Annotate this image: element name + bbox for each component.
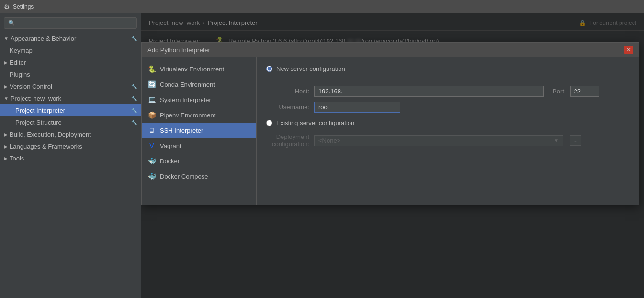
deployment-browse-button[interactable]: ... (570, 135, 581, 146)
dialog-sidebar-label: Conda Environment (160, 81, 215, 88)
docker-compose-icon: 🐳 (147, 172, 156, 181)
sidebar-item-label: Appearance & Behavior (11, 35, 76, 42)
radio-new-input[interactable] (266, 66, 272, 72)
sidebar-item-tools[interactable]: ▶ Tools (0, 152, 141, 164)
sidebar-item-languages[interactable]: ▶ Languages & Frameworks (0, 140, 141, 152)
sidebar-item-label: Build, Execution, Deployment (10, 131, 91, 138)
ssh-icon: 🖥 (147, 126, 156, 135)
pipenv-icon: 📦 (147, 111, 156, 119)
sidebar-item-keymap[interactable]: Keymap (0, 45, 141, 57)
add-interpreter-dialog: Add Python Interpreter ✕ 🐍 Virtualenv En… (141, 42, 639, 205)
config-icon-ps: 🔧 (131, 120, 137, 125)
radio-existing-server[interactable]: Existing server configuration (266, 119, 629, 126)
config-icon-vc: 🔧 (131, 84, 137, 89)
dialog-sidebar-label: Virtualenv Environment (160, 66, 224, 73)
config-icon-pi: 🔧 (131, 108, 137, 113)
sidebar-item-label: Tools (10, 155, 24, 162)
deployment-row: Deployment configuration: <None> ▼ ... (266, 133, 629, 148)
dialog-titlebar: Add Python Interpreter ✕ (142, 43, 639, 57)
username-label: Username: (266, 103, 309, 111)
host-label: Host: (266, 88, 309, 95)
sidebar-item-label: Languages & Frameworks (10, 143, 82, 150)
dialog-overlay: Add Python Interpreter ✕ 🐍 Virtualenv En… (141, 13, 644, 298)
chevron-right-icon: ▶ (4, 60, 8, 65)
deployment-value: <None> (318, 137, 340, 144)
sidebar-item-appearance[interactable]: ▼ Appearance & Behavior 🔧 (0, 33, 141, 45)
sidebar-item-plugins[interactable]: Plugins (0, 69, 141, 80)
radio-group: New server configuration Host: Port: (266, 65, 629, 148)
system-icon: 💻 (147, 95, 156, 104)
vagrant-icon: V (147, 141, 156, 150)
dialog-sidebar-label: SSH Interpreter (160, 127, 203, 134)
sidebar-item-label: Plugins (10, 71, 30, 78)
sidebar-item-editor[interactable]: ▶ Editor (0, 57, 141, 69)
dialog-sidebar-system[interactable]: 💻 System Interpreter (142, 92, 256, 107)
dialog-sidebar-pipenv[interactable]: 📦 Pipenv Environment (142, 107, 256, 123)
radio-new-server[interactable]: New server configuration (266, 65, 629, 72)
sidebar-item-project[interactable]: ▼ Project: new_work 🔧 (0, 92, 141, 104)
config-icon-project: 🔧 (131, 96, 137, 101)
radio-existing-label: Existing server configuration (276, 119, 354, 126)
settings-icon: ⚙ (4, 3, 10, 11)
dialog-sidebar-ssh[interactable]: 🖥 SSH Interpreter (142, 123, 256, 138)
host-input[interactable] (314, 86, 544, 97)
dialog-sidebar-label: Docker (160, 158, 180, 165)
dialog-sidebar-label: Vagrant (160, 142, 181, 149)
search-box[interactable]: 🔍 (4, 17, 137, 29)
chevron-right-icon: ▶ (4, 84, 8, 89)
sidebar-item-label: Project Structure (15, 119, 62, 126)
sidebar-item-build[interactable]: ▶ Build, Execution, Deployment (0, 128, 141, 140)
chevron-down-icon: ▼ (554, 138, 559, 143)
sidebar-item-project-structure[interactable]: Project Structure 🔧 (0, 116, 141, 128)
radio-new-label: New server configuration (276, 65, 345, 72)
dialog-sidebar: 🐍 Virtualenv Environment 🔄 Conda Environ… (142, 57, 257, 205)
dialog-close-button[interactable]: ✕ (624, 46, 633, 54)
sidebar-item-label: Editor (10, 59, 26, 66)
main-content: 🔍 ▼ Appearance & Behavior 🔧 Keymap ▶ Edi… (0, 13, 644, 298)
username-input[interactable] (314, 102, 400, 113)
chevron-down-icon: ▼ (4, 96, 9, 101)
sidebar-item-label: Project Interpreter (15, 107, 65, 114)
right-panel: Project: new_work › Project Interpreter … (141, 13, 644, 298)
chevron-right-icon: ▶ (4, 132, 8, 137)
sidebar-item-version-control[interactable]: ▶ Version Control 🔧 (0, 80, 141, 92)
dialog-sidebar-virtualenv[interactable]: 🐍 Virtualenv Environment (142, 61, 256, 77)
dialog-title: Add Python Interpreter (147, 46, 210, 54)
sidebar-item-label: Keymap (10, 47, 33, 54)
host-row: Host: Port: (266, 86, 629, 97)
radio-existing-input[interactable] (266, 120, 272, 126)
port-input[interactable] (570, 86, 599, 97)
dialog-main: New server configuration Host: Port: (257, 57, 639, 205)
chevron-right-icon: ▶ (4, 144, 8, 149)
sidebar-item-label: Version Control (10, 83, 52, 90)
sidebar-item-project-interpreter[interactable]: Project Interpreter 🔧 (0, 104, 141, 116)
docker-icon: 🐳 (147, 157, 156, 165)
sidebar: 🔍 ▼ Appearance & Behavior 🔧 Keymap ▶ Edi… (0, 13, 141, 298)
dialog-sidebar-vagrant[interactable]: V Vagrant (142, 138, 256, 153)
chevron-right-icon: ▼ (4, 36, 9, 41)
dialog-body: 🐍 Virtualenv Environment 🔄 Conda Environ… (142, 57, 639, 205)
dialog-sidebar-conda[interactable]: 🔄 Conda Environment (142, 77, 256, 92)
sidebar-item-label: Project: new_work (11, 95, 61, 102)
dialog-sidebar-docker[interactable]: 🐳 Docker (142, 153, 256, 169)
virtualenv-icon: 🐍 (147, 65, 156, 73)
conda-icon: 🔄 (147, 80, 156, 89)
port-label: Port: (553, 88, 565, 95)
chevron-right-icon: ▶ (4, 156, 8, 161)
search-input[interactable] (17, 20, 133, 26)
username-row: Username: (266, 102, 629, 113)
deployment-select[interactable]: <None> ▼ (314, 135, 563, 146)
window-title: Settings (13, 3, 34, 10)
titlebar: ⚙ Settings (0, 0, 644, 13)
config-icon: 🔧 (131, 36, 137, 41)
dialog-sidebar-label: Docker Compose (160, 173, 208, 180)
search-icon: 🔍 (8, 20, 15, 26)
dialog-sidebar-label: Pipenv Environment (160, 112, 215, 119)
deployment-label: Deployment configuration: (266, 133, 309, 148)
dialog-sidebar-label: System Interpreter (160, 96, 211, 103)
settings-window: ⚙ Settings 🔍 ▼ Appearance & Behavior 🔧 K… (0, 0, 644, 298)
new-server-form: Host: Port: Username: (266, 86, 629, 113)
dialog-sidebar-docker-compose[interactable]: 🐳 Docker Compose (142, 169, 256, 184)
